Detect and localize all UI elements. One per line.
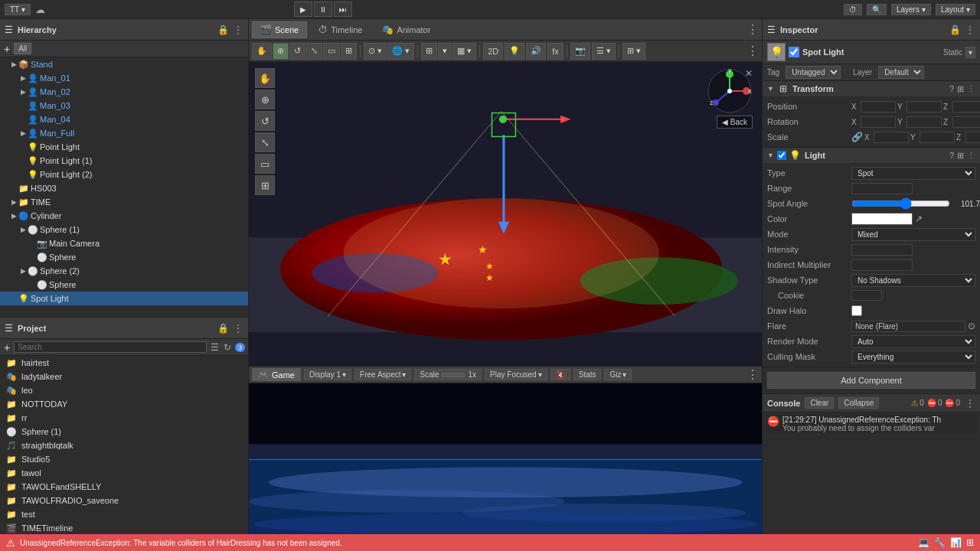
scene-scale2-button[interactable]: ⤡ (255, 132, 275, 152)
scale-tool-button[interactable]: ⤡ (306, 43, 322, 60)
transform-preset-button[interactable]: ⊞ (957, 84, 964, 94)
scene-move2-button[interactable]: ⊕ (255, 90, 275, 109)
snap-button[interactable]: ⊞ (421, 43, 437, 60)
project-item-test[interactable]: 📁test (0, 507, 248, 521)
light-range-input[interactable]: 32.8 (851, 183, 913, 194)
unity-menu-button[interactable]: TT ▾ (5, 4, 31, 15)
hierarchy-item-pointlight1[interactable]: 💡Point Light (1) (0, 154, 248, 168)
pause-button[interactable]: ⏸ (314, 2, 332, 17)
aspect-button[interactable]: Free Aspect ▾ (354, 369, 411, 380)
scale-button[interactable]: Scale 1x (414, 369, 482, 380)
shadow-select[interactable]: No Shadows (851, 274, 975, 287)
gizmos-button[interactable]: ☰ ▾ (592, 43, 616, 60)
move-tool-button[interactable]: ⊕ (273, 43, 289, 60)
global-button[interactable]: 🌐 ▾ (387, 43, 414, 60)
project-item-straightblqtalk[interactable]: 🎵straightblqtalk (0, 439, 248, 452)
layers-button[interactable]: Layers ▾ (891, 4, 931, 15)
pos-z-input[interactable]: -0.67 (952, 101, 980, 112)
light-mode-select[interactable]: Mixed (851, 228, 975, 241)
layers-scene-button[interactable]: ⊞ ▾ (622, 43, 645, 60)
flare-picker-button[interactable]: ⊙ (968, 321, 975, 331)
spot-angle-slider[interactable] (851, 200, 950, 207)
gizmo-close[interactable]: ✕ (745, 68, 753, 79)
project-item-sphere1[interactable]: ⚪Sphere (1) (0, 425, 248, 439)
scene-view[interactable]: ★ ★ ★ ★ (249, 62, 762, 366)
light-type-select[interactable]: Spot (851, 167, 975, 180)
project-item-studio5[interactable]: 📁Studio5 (0, 452, 248, 466)
pivot-button[interactable]: ⊙ ▾ (364, 43, 387, 60)
scale-x-input[interactable]: 1 (874, 132, 909, 143)
object-active-checkbox[interactable] (789, 47, 799, 57)
hierarchy-item-sphere2[interactable]: ▶⚪Sphere (2) (0, 264, 248, 278)
color-picker-button[interactable]: ↗ (915, 214, 923, 224)
console-more-button[interactable]: ⋮ (965, 397, 975, 409)
project-item-tawolfandshelly[interactable]: 📁TAWOLFandSHELLY (0, 480, 248, 494)
layout-button[interactable]: Layout ▾ (936, 4, 975, 15)
project-search-input[interactable] (14, 341, 207, 353)
render-mode-select[interactable]: Auto (851, 335, 975, 348)
step-button[interactable]: ⏭ (334, 2, 352, 17)
hierarchy-more-button[interactable]: ⋮ (233, 24, 243, 36)
stats-button[interactable]: Stats (573, 369, 602, 380)
light-intensity-input[interactable]: 1 (851, 244, 913, 256)
console-collapse-button[interactable]: Collapse (838, 397, 879, 409)
scene-pan-button[interactable]: ✋ (255, 68, 275, 88)
light-help-button[interactable]: ? (949, 151, 954, 161)
search-button[interactable]: 🔍 (867, 4, 887, 15)
light-preset-button[interactable]: ⊞ (957, 151, 964, 161)
hierarchy-item-pointlight2[interactable]: 💡Point Light (2) (0, 168, 248, 181)
hierarchy-lock-button[interactable]: 🔒 (217, 24, 230, 36)
hierarchy-item-man01[interactable]: ▶👤Man_01 (0, 71, 248, 85)
inspector-more-button[interactable]: ⋮ (965, 24, 975, 36)
light-enabled-checkbox[interactable] (777, 151, 786, 160)
back-button[interactable]: ◀ Back (717, 116, 753, 129)
hierarchy-item-time[interactable]: ▶📁TIME (0, 195, 248, 209)
hierarchy-item-man02[interactable]: ▶👤Man_02 (0, 85, 248, 99)
color-swatch[interactable] (851, 213, 913, 225)
transform-component-header[interactable]: ▼ ⊞ Transform ? ⊞ ⋮ (763, 81, 980, 96)
rot-z-input[interactable]: 0 (952, 116, 980, 128)
project-lock-button[interactable]: 🔒 (217, 322, 230, 334)
draw-halo-checkbox[interactable] (851, 305, 862, 316)
fx-button[interactable]: fx (547, 43, 564, 60)
project-more-button[interactable]: ⋮ (233, 322, 243, 334)
scene-transform2-button[interactable]: ⊞ (255, 175, 275, 195)
transform-more-button[interactable]: ⋮ (967, 84, 975, 94)
status-icon-1[interactable]: 💻 (918, 537, 929, 548)
project-filter-button[interactable]: ☰ (210, 341, 220, 354)
tab-timeline[interactable]: ⏱ Timeline (310, 21, 371, 38)
project-panel[interactable]: 📁hairtest🎭ladytalkeer🎭leo📁NOTTODAY📁rr⚪Sp… (0, 356, 248, 534)
scale-y-input[interactable]: 1 (920, 132, 955, 143)
console-body[interactable]: ⛔ [21:29:27] UnassignedReferenceExceptio… (763, 412, 980, 534)
project-item-ladytalkeer[interactable]: 🎭ladytalkeer (0, 370, 248, 383)
hierarchy-item-stand[interactable]: ▶📦Stand (0, 57, 248, 71)
hierarchy-item-man03[interactable]: 👤Man_03 (0, 99, 248, 112)
cookie-field[interactable] (851, 290, 882, 301)
pos-x-input[interactable]: 0.14 (861, 101, 896, 112)
light-component-header[interactable]: ▼ 💡 Light ? ⊞ ⋮ (763, 148, 980, 163)
tab-scene[interactable]: 🎬 Scene (252, 21, 307, 38)
collab-button[interactable]: ⏱ (844, 4, 862, 15)
hierarchy-item-pointlight[interactable]: 💡Point Light (0, 140, 248, 154)
scene-camera-button[interactable]: 📷 (570, 43, 590, 60)
scale-z-input[interactable]: 1 (965, 132, 980, 143)
project-item-timetimeline[interactable]: 🎬TIMETimeline (0, 521, 248, 534)
rect-tool-button[interactable]: ▭ (323, 43, 340, 60)
game-toolbar-more[interactable]: ⋮ (746, 367, 759, 382)
static-dropdown[interactable]: ▾ (965, 47, 975, 58)
hierarchy-item-hs003[interactable]: 📁HS003 (0, 181, 248, 195)
hierarchy-item-manfull[interactable]: ▶👤Man_Full (0, 126, 248, 140)
project-item-tawol[interactable]: 📁tawol (0, 466, 248, 480)
grid-button[interactable]: ▦ ▾ (452, 43, 476, 60)
play-focused-button[interactable]: Play Focused ▾ (485, 369, 547, 380)
light-more-button[interactable]: ⋮ (967, 151, 975, 161)
layer-select[interactable]: Default (878, 66, 924, 79)
project-add-button[interactable]: + (3, 341, 11, 354)
scene-rect2-button[interactable]: ▭ (255, 154, 275, 174)
hierarchy-item-maincamera[interactable]: 📷Main Camera (0, 236, 248, 250)
display-button[interactable]: Display 1 ▾ (304, 369, 351, 380)
status-icon-4[interactable]: ⊞ (966, 537, 974, 548)
project-item-hairtest[interactable]: 📁hairtest (0, 356, 248, 370)
project-item-leo[interactable]: 🎭leo (0, 383, 248, 397)
transform-tool-button[interactable]: ⊞ (341, 43, 357, 60)
